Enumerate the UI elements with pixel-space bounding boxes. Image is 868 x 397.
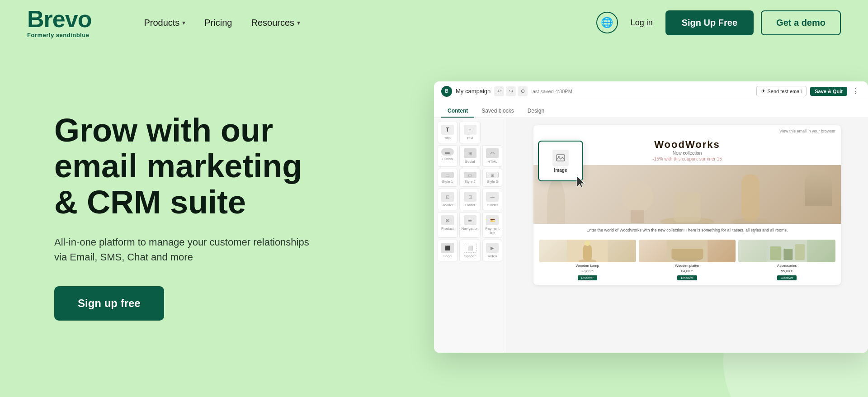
block-style3[interactable]: ⊞ Style 3	[482, 169, 502, 187]
block-payment-link[interactable]: 💳 Payment link	[482, 212, 502, 238]
signup-button[interactable]: Sign Up Free	[665, 10, 754, 35]
block-logo-icon: ⬛	[441, 243, 454, 253]
block-product[interactable]: ⊠ Product	[438, 212, 458, 238]
product-btn-2[interactable]: Discover	[677, 275, 697, 280]
globe-icon: 🌐	[601, 17, 613, 28]
svg-rect-7	[631, 210, 644, 223]
block-video-icon: ▶	[486, 243, 499, 253]
block-footer[interactable]: ⊡ Footer	[459, 189, 481, 210]
block-button[interactable]: ▬ Button	[438, 145, 458, 167]
hero-cta-button[interactable]: Sign up free	[54, 286, 164, 321]
nav-products[interactable]: Products ▾	[137, 13, 193, 33]
product-btn-1[interactable]: Discover	[578, 275, 597, 280]
email-product-1: Wooden Lamp 23,00 € Discover	[539, 240, 636, 280]
block-divider[interactable]: — Divider	[482, 189, 502, 210]
block-title[interactable]: T Title	[438, 122, 458, 143]
mockup-send-test-btn[interactable]: ✈ Send test email	[756, 86, 807, 96]
block-html-icon: <>	[486, 148, 499, 158]
block-html[interactable]: <> HTML	[482, 145, 502, 167]
svg-rect-18	[795, 244, 805, 260]
mockup-redo-icon[interactable]: ↪	[506, 86, 516, 96]
block-navigation-icon: ☰	[464, 215, 476, 225]
block-spacer-icon: ⬜	[464, 243, 476, 253]
login-link[interactable]: Log in	[625, 14, 658, 31]
mockup-email-content: Image View this email in your browser Wo…	[506, 118, 868, 353]
mockup-tab-saved-blocks[interactable]: Saved blocks	[475, 105, 520, 118]
mockup-nav-icons: ↩ ↪ ⊙	[494, 86, 528, 96]
language-button[interactable]: 🌐	[596, 12, 618, 33]
block-text-icon: ≡	[464, 125, 476, 135]
mockup-campaign-title: My campaign	[456, 88, 491, 95]
mockup-save-quit-btn[interactable]: Save & Quit	[810, 87, 847, 96]
block-footer-icon: ⊡	[464, 192, 476, 202]
block-empty-1	[482, 122, 502, 143]
nav-resources[interactable]: Resources ▾	[244, 13, 307, 33]
block-spacer[interactable]: ⬜ Spacer	[459, 240, 481, 261]
products-chevron-icon: ▾	[182, 19, 185, 26]
nav-links: Products ▾ Pricing Resources ▾	[137, 13, 307, 33]
block-payment-icon: 💳	[486, 215, 499, 225]
block-header[interactable]: ⊡ Header	[438, 189, 458, 210]
svg-rect-10	[583, 244, 592, 261]
resources-chevron-icon: ▾	[297, 19, 300, 26]
mockup-undo-icon[interactable]: ↩	[494, 86, 504, 96]
mockup-topbar-right: ✈ Send test email Save & Quit ⋮	[756, 86, 861, 96]
brand-name: Brevo	[27, 7, 91, 31]
send-icon: ✈	[761, 88, 765, 94]
block-video[interactable]: ▶ Video	[482, 240, 502, 261]
mockup-tabs: Content Saved blocks Design	[434, 101, 868, 118]
svg-rect-16	[770, 246, 782, 260]
block-style2[interactable]: ▭ Style 2	[459, 169, 481, 187]
mockup-container: B My campaign ↩ ↪ ⊙ last saved 4:30PM ✈ …	[434, 81, 868, 353]
block-navigation[interactable]: ☰ Navigation	[459, 212, 481, 238]
svg-rect-0	[557, 155, 565, 161]
hero-title: Grow with our email marketing & CRM suit…	[54, 113, 335, 220]
image-widget-label: Image	[554, 168, 567, 173]
block-header-icon: ⊡	[441, 192, 454, 202]
email-product-2: Wooden platter 84,00 € Discover	[639, 240, 736, 280]
product-name-3: Accessories	[777, 264, 797, 268]
block-style1[interactable]: ▭ Style 1	[438, 169, 458, 187]
mockup-preview-icon[interactable]: ⊙	[518, 86, 528, 96]
product-btn-3[interactable]: Discover	[777, 275, 797, 280]
mockup-body: T Title ≡ Text ▬ Button ⊞ S	[434, 118, 868, 353]
svg-rect-14	[671, 249, 703, 258]
product-price-3: 55,00 €	[781, 269, 793, 273]
mockup-tab-content[interactable]: Content	[441, 105, 474, 118]
product-img-2	[639, 240, 736, 262]
email-description: Enter the world of WoodWorks with the ne…	[533, 224, 841, 237]
email-products-grid: Wooden Lamp 23,00 € Discover	[533, 237, 841, 285]
app-mockup: B My campaign ↩ ↪ ⊙ last saved 4:30PM ✈ …	[434, 81, 868, 353]
block-style3-icon: ⊞	[486, 172, 499, 178]
block-logo[interactable]: ⬛ Logo	[438, 240, 458, 261]
svg-rect-17	[784, 249, 793, 260]
product-price-1: 23,00 €	[581, 269, 594, 273]
mockup-avatar: B	[441, 86, 452, 97]
block-text[interactable]: ≡ Text	[459, 122, 481, 143]
block-style1-icon: ▭	[441, 172, 454, 178]
nav-right: 🌐 Log in Sign Up Free Get a demo	[596, 10, 841, 35]
demo-button[interactable]: Get a demo	[761, 10, 841, 35]
mockup-more-icon[interactable]: ⋮	[851, 86, 861, 96]
product-img-1	[539, 240, 636, 262]
mockup-topbar-left: B My campaign ↩ ↪ ⊙ last saved 4:30PM	[441, 86, 572, 97]
mockup-topbar: B My campaign ↩ ↪ ⊙ last saved 4:30PM ✈ …	[434, 81, 868, 101]
email-view-link[interactable]: View this email in your browser	[533, 125, 841, 135]
mockup-tab-design[interactable]: Design	[521, 105, 551, 118]
nav-pricing[interactable]: Pricing	[197, 13, 239, 33]
mockup-saved-label: last saved 4:30PM	[531, 89, 572, 94]
product-price-2: 84,00 €	[681, 269, 693, 273]
hero-content: Grow with our email marketing & CRM suit…	[54, 113, 371, 321]
navbar: Brevo Formerly sendinblue Products ▾ Pri…	[0, 0, 868, 45]
block-social[interactable]: ⊞ Social	[459, 145, 481, 167]
block-style2-icon: ▭	[464, 172, 476, 178]
block-title-icon: T	[441, 125, 454, 135]
logo[interactable]: Brevo Formerly sendinblue	[27, 7, 91, 38]
svg-rect-5	[674, 192, 701, 222]
block-divider-icon: —	[486, 192, 499, 202]
email-product-3: Accessories 55,00 € Discover	[738, 240, 835, 280]
svg-point-6	[622, 181, 653, 213]
block-social-icon: ⊞	[464, 148, 476, 158]
svg-point-11	[585, 241, 590, 246]
svg-rect-3	[741, 174, 760, 222]
